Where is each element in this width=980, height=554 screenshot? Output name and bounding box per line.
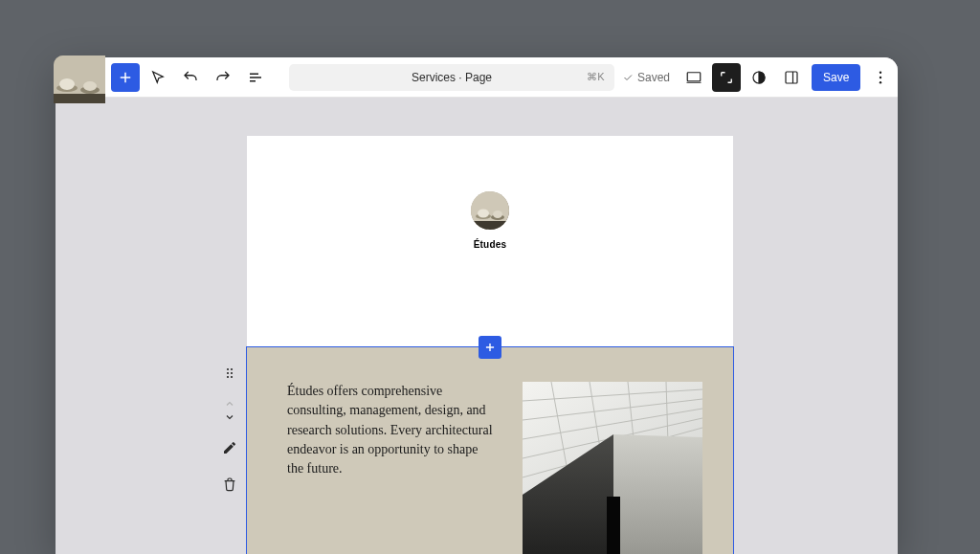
svg-point-9: [880, 71, 881, 73]
save-status: Saved: [622, 71, 670, 84]
svg-point-32: [231, 368, 233, 370]
select-tool-button[interactable]: [144, 63, 172, 92]
paragraph-block[interactable]: Études offers comprehensive consulting, …: [287, 382, 496, 554]
site-title[interactable]: Études: [474, 239, 507, 250]
svg-point-16: [493, 211, 502, 218]
columns-block[interactable]: Études offers comprehensive consulting, …: [247, 347, 733, 554]
delete-button[interactable]: [217, 472, 242, 497]
svg-point-2: [59, 78, 75, 90]
command-shortcut: ⌘K: [587, 71, 605, 83]
svg-rect-8: [786, 72, 797, 83]
svg-point-14: [478, 210, 489, 218]
redo-button[interactable]: [209, 63, 237, 92]
svg-point-36: [231, 376, 233, 378]
save-status-text: Saved: [637, 71, 670, 84]
move-down-button[interactable]: [217, 410, 242, 424]
svg-rect-17: [471, 221, 509, 230]
svg-point-31: [227, 368, 229, 370]
top-toolbar: Services · Page ⌘K Saved Save: [56, 57, 898, 98]
settings-button[interactable]: [777, 63, 806, 92]
options-button[interactable]: [866, 63, 895, 92]
site-logo[interactable]: [471, 191, 509, 230]
svg-rect-6: [687, 72, 701, 80]
add-block-button[interactable]: [111, 63, 140, 92]
move-up-button: [217, 397, 242, 410]
save-button[interactable]: Save: [812, 64, 860, 91]
editor-window: Services · Page ⌘K Saved Save: [56, 57, 898, 554]
group-block[interactable]: Études offers comprehensive consulting, …: [246, 346, 734, 554]
site-header[interactable]: Études: [247, 136, 733, 250]
zoom-out-button[interactable]: [712, 63, 741, 92]
svg-point-33: [227, 372, 229, 374]
document-overview-button[interactable]: [241, 63, 270, 92]
styles-button[interactable]: [745, 63, 773, 92]
block-toolbar: [217, 361, 242, 497]
svg-point-11: [880, 81, 881, 83]
edit-button[interactable]: [217, 435, 242, 460]
svg-rect-30: [607, 497, 620, 554]
view-desktop-button[interactable]: [679, 63, 708, 92]
document-title-bar[interactable]: Services · Page ⌘K: [289, 64, 614, 91]
svg-point-10: [880, 76, 881, 78]
image-block[interactable]: [523, 382, 702, 554]
add-block-inline-button[interactable]: [479, 336, 501, 359]
editor-canvas[interactable]: Études Études offers comprehensive consu…: [56, 98, 898, 554]
svg-point-35: [227, 376, 229, 378]
svg-point-4: [83, 81, 97, 91]
svg-rect-5: [54, 94, 105, 103]
svg-marker-28: [613, 434, 702, 554]
site-thumbnail[interactable]: [54, 55, 105, 103]
document-title: Services · Page: [412, 71, 492, 84]
undo-button[interactable]: [176, 63, 205, 92]
svg-point-34: [231, 372, 233, 374]
drag-handle[interactable]: [217, 361, 242, 386]
